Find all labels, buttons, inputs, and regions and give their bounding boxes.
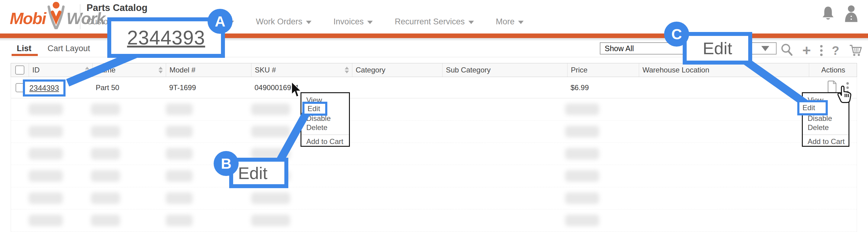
header-divider <box>80 4 81 29</box>
cart-icon[interactable] <box>848 43 863 58</box>
parts-table: ID Name Model # SKU # Category Sub Categ… <box>11 63 857 232</box>
nav-item-more[interactable]: More <box>496 17 524 27</box>
chevron-down-icon <box>367 21 373 24</box>
table-row-blurred[interactable] <box>11 209 857 232</box>
col-header-model[interactable]: Model # <box>166 63 251 77</box>
edit-menu-item-highlight[interactable]: Edit <box>797 100 828 115</box>
menu-item-delete[interactable]: Delete <box>302 123 349 132</box>
menu-item-add-to-cart[interactable]: Add to Cart <box>302 135 349 148</box>
menu-item-delete[interactable]: Delete <box>803 123 848 132</box>
page-title: Parts Catalog <box>87 2 148 13</box>
bell-icon[interactable] <box>820 5 836 24</box>
cell-category <box>352 77 442 98</box>
search-icon[interactable] <box>780 43 793 58</box>
callout-c-badge: C <box>664 22 689 46</box>
callout-c-box: Edit <box>683 32 752 65</box>
cell-name: Part 50 <box>93 77 166 98</box>
active-tab-underline <box>11 54 38 56</box>
table-row-blurred[interactable] <box>11 165 857 187</box>
chevron-down-icon <box>306 21 311 24</box>
callout-c-text: Edit <box>703 38 733 58</box>
logo-person-icon <box>46 1 66 30</box>
table-body: Part 50 9T-1699 04900016991 $6.99 <box>11 77 857 232</box>
col-header-warehouse-location[interactable]: Warehouse Location <box>639 63 809 77</box>
edit-menu-item-highlight[interactable]: Edit <box>302 102 327 116</box>
callout-a-text: 2344393 <box>127 27 205 49</box>
tab-list[interactable]: List <box>17 44 31 53</box>
tab-cart-layout[interactable]: Cart Layout <box>48 44 90 53</box>
col-header-name[interactable]: Name <box>93 63 166 77</box>
row-context-menu: View Edit Disable Delete Add to Cart <box>301 92 350 147</box>
cell-model: 9T-1699 <box>166 77 251 98</box>
nav-item-invoices[interactable]: Invoices <box>334 17 373 27</box>
callout-a-badge: A <box>208 9 232 34</box>
col-header-id[interactable]: ID <box>29 63 93 77</box>
nav-item-work-orders[interactable]: Work Orders <box>256 17 312 27</box>
add-icon[interactable]: + <box>802 44 811 57</box>
nav-item-recurrent-services[interactable]: Recurrent Services <box>395 17 474 27</box>
col-header-category[interactable]: Category <box>352 63 442 77</box>
col-header-actions: Actions <box>809 63 857 77</box>
sort-icon[interactable] <box>345 67 349 73</box>
sort-icon[interactable] <box>158 67 163 73</box>
table-row-blurred[interactable] <box>11 98 857 121</box>
col-header-sub-category[interactable]: Sub Category <box>442 63 567 77</box>
parts-catalog-page: Mobi Work Parts Catalog Customers Parts <box>0 0 868 232</box>
table-row-blurred[interactable] <box>11 143 857 165</box>
row-id-link[interactable]: 2344393 <box>23 79 65 97</box>
callout-b-badge: B <box>214 151 239 176</box>
table-row-blurred[interactable] <box>11 187 857 209</box>
chevron-down-icon <box>468 21 474 24</box>
menu-item-add-to-cart[interactable]: Add to Cart <box>803 135 848 148</box>
cell-sub-category <box>442 77 567 98</box>
cell-price: $6.99 <box>567 77 639 98</box>
sort-icon[interactable] <box>85 67 89 73</box>
more-options-icon[interactable] <box>820 45 823 56</box>
chevron-down-icon <box>518 21 524 24</box>
select-all-checkbox[interactable] <box>15 65 24 75</box>
table-row-blurred[interactable] <box>11 121 857 143</box>
user-icon[interactable] <box>844 5 859 24</box>
col-header-sku[interactable]: SKU # <box>251 63 352 77</box>
row-actions-menu-button[interactable] <box>846 82 849 93</box>
table-row[interactable]: Part 50 9T-1699 04900016991 $6.99 <box>11 77 857 98</box>
help-icon[interactable]: ? <box>832 44 839 58</box>
logo-text-mobi: Mobi <box>10 6 46 30</box>
callout-a-box: 2344393 <box>107 18 225 58</box>
select-arrow-icon <box>761 46 769 51</box>
col-header-price[interactable]: Price <box>567 63 639 77</box>
table-header-row: ID Name Model # SKU # Category Sub Categ… <box>11 63 857 77</box>
cell-warehouse-location <box>639 77 809 98</box>
